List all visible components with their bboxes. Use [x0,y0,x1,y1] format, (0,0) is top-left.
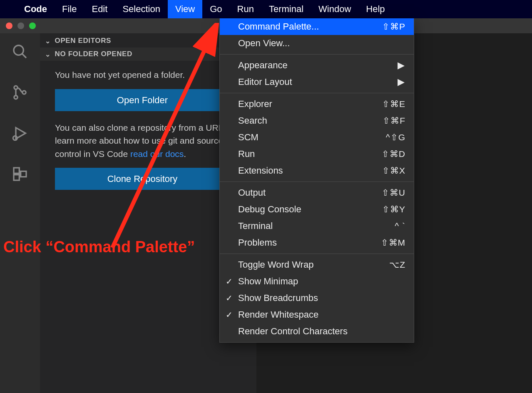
menu-separator [220,93,414,93]
checkmark-icon: ✓ [226,310,233,320]
menu-item-shortcut: ^ ` [395,221,405,231]
menu-item-label: Show Minimap [238,276,405,287]
checkmark-icon: ✓ [226,276,233,286]
svg-point-4 [22,91,26,94]
search-icon[interactable] [12,43,28,60]
menu-item-scm[interactable]: SCM^⇧G [220,129,414,146]
menu-item-debug-console[interactable]: Debug Console⇧⌘Y [220,201,414,218]
menubar-item-window[interactable]: Window [311,0,358,18]
menu-item-label: Render Control Characters [238,326,405,337]
clone-repository-button[interactable]: Clone Repository [55,168,230,190]
svg-rect-7 [14,168,19,173]
menu-item-label: Problems [238,237,381,248]
menu-item-label: Command Palette... [238,21,382,32]
window-maximize-button[interactable] [29,22,36,29]
menubar-item-terminal[interactable]: Terminal [261,0,311,18]
menu-separator [220,254,414,254]
chevron-down-icon: ⌄ [45,37,51,45]
macos-menubar: Code FileEditSelectionViewGoRunTerminalW… [0,0,532,18]
clone-message: You can also clone a repository from a U… [55,121,245,161]
menubar-item-run[interactable]: Run [230,0,261,18]
menu-item-terminal[interactable]: Terminal^ ` [220,218,414,234]
menubar-item-edit[interactable]: Edit [84,0,115,18]
menu-item-shortcut: ⇧⌘X [382,166,405,176]
menu-item-run[interactable]: Run⇧⌘D [220,146,414,162]
no-folder-message: You have not yet opened a folder. [55,68,245,82]
menu-item-label: Debug Console [238,204,382,215]
menu-item-label: Output [238,187,382,198]
menu-item-label: Terminal [238,221,395,231]
source-control-icon[interactable] [12,84,28,101]
window-minimize-button[interactable] [17,22,24,29]
submenu-arrow-icon: ▶ [398,60,405,71]
menu-item-shortcut: ⇧⌘D [382,149,405,159]
menu-separator [220,54,414,55]
menu-item-show-minimap[interactable]: ✓Show Minimap [220,273,414,290]
svg-rect-8 [14,175,19,180]
svg-point-2 [14,86,17,89]
menu-item-shortcut: ⇧⌘Y [382,204,405,214]
menu-item-label: Extensions [238,165,382,176]
menu-item-search[interactable]: Search⇧⌘F [220,112,414,129]
svg-point-3 [14,96,17,99]
menu-item-label: Search [238,115,383,126]
menu-item-shortcut: ⇧⌘M [381,238,406,248]
svg-line-1 [22,54,26,58]
activity-bar [0,33,40,393]
open-editors-label: Open Editors [55,37,111,45]
menu-item-label: Render Whitespace [238,309,405,320]
menu-item-label: Editor Layout [238,77,405,87]
run-debug-icon[interactable] [12,125,28,142]
menu-item-output[interactable]: Output⇧⌘U [220,184,414,201]
menubar-item-view[interactable]: View [168,0,202,18]
svg-rect-9 [21,171,26,177]
menu-item-label: Toggle Word Wrap [238,259,389,270]
menubar-item-help[interactable]: Help [358,0,392,18]
read-our-docs-link[interactable]: read our docs [130,149,184,159]
menu-item-label: Run [238,149,382,159]
menu-item-appearance[interactable]: Appearance▶ [220,57,414,74]
view-menu-dropdown: Command Palette...⇧⌘POpen View...Appeara… [219,18,414,343]
menubar-app-name[interactable]: Code [24,0,55,18]
menu-item-show-breadcrumbs[interactable]: ✓Show Breadcrumbs [220,290,414,306]
open-folder-button[interactable]: Open Folder [55,89,230,111]
menu-item-command-palette[interactable]: Command Palette...⇧⌘P [220,18,414,35]
menu-item-extensions[interactable]: Extensions⇧⌘X [220,162,414,179]
menubar-item-go[interactable]: Go [202,0,229,18]
checkmark-icon: ✓ [226,293,233,303]
submenu-arrow-icon: ▶ [398,77,405,87]
menu-item-problems[interactable]: Problems⇧⌘M [220,234,414,251]
menu-item-explorer[interactable]: Explorer⇧⌘E [220,96,414,112]
menu-item-shortcut: ⇧⌘F [383,116,405,126]
menu-item-render-control-characters[interactable]: Render Control Characters [220,323,414,340]
svg-point-6 [13,136,17,140]
menu-item-open-view[interactable]: Open View... [220,35,414,52]
chevron-down-icon: ⌄ [45,50,51,58]
svg-point-0 [14,45,23,55]
menu-item-shortcut: ⇧⌘U [382,188,405,198]
menubar-item-selection[interactable]: Selection [115,0,168,18]
menu-item-label: Explorer [238,99,382,109]
menubar-item-file[interactable]: File [55,0,84,18]
window-close-button[interactable] [6,22,12,29]
menu-item-editor-layout[interactable]: Editor Layout▶ [220,74,414,90]
menu-item-label: Open View... [238,38,405,49]
menu-item-label: Show Breadcrumbs [238,293,405,303]
menu-item-shortcut: ⇧⌘P [382,22,405,32]
menu-item-shortcut: ⇧⌘E [382,99,405,109]
menu-item-label: Appearance [238,60,405,71]
menu-separator [220,182,414,182]
menu-item-shortcut: ⌥Z [389,260,405,270]
menu-item-toggle-word-wrap[interactable]: Toggle Word Wrap⌥Z [220,256,414,273]
menu-item-render-whitespace[interactable]: ✓Render Whitespace [220,306,414,323]
annotation-text: Click “Command Palette” [3,238,195,256]
menu-item-label: SCM [238,132,386,143]
menu-item-shortcut: ^⇧G [386,132,405,142]
no-folder-label: No Folder Opened [55,50,132,58]
extensions-icon[interactable] [12,166,28,182]
